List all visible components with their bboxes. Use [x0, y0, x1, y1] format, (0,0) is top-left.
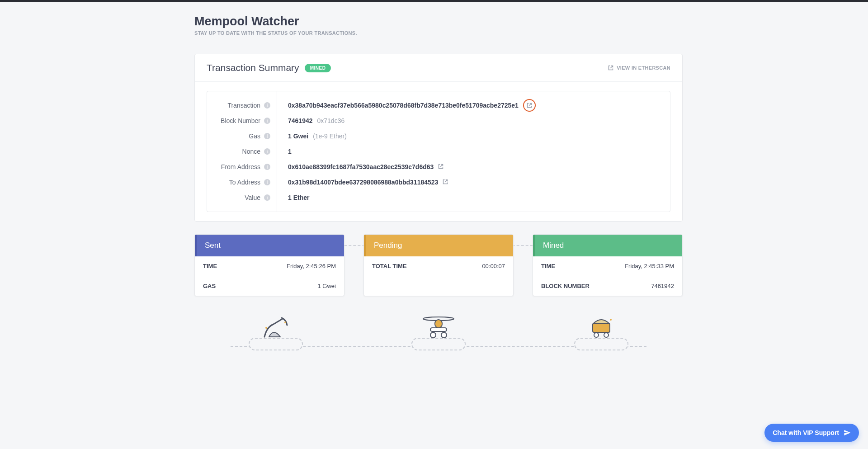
external-link-icon — [608, 65, 613, 71]
summary-values: 0x38a70b943eacf37eb566a5980c25078d68fb7d… — [277, 91, 670, 212]
mined-time-row: TIME Friday, 2:45:33 PM — [533, 256, 682, 276]
illustration-oval — [249, 338, 303, 350]
transaction-summary-card: Transaction Summary MINED VIEW IN ETHERS… — [194, 54, 683, 222]
status-row: Sent TIME Friday, 2:45:26 PM GAS 1 Gwei … — [194, 234, 683, 296]
page: Mempool Watcher STAY UP TO DATE WITH THE… — [194, 2, 683, 369]
info-icon[interactable]: i — [264, 179, 270, 185]
status-card-sent: Sent TIME Friday, 2:45:26 PM GAS 1 Gwei — [194, 234, 344, 296]
label-gas: Gasi — [213, 128, 270, 144]
svg-point-10 — [610, 319, 612, 321]
card-header-left: Transaction Summary MINED — [207, 62, 331, 73]
info-icon[interactable]: i — [264, 148, 270, 155]
svg-point-5 — [430, 332, 436, 338]
mined-block-value: 7461942 — [651, 283, 674, 289]
mined-time-label: TIME — [541, 263, 555, 269]
page-title: Mempool Watcher — [194, 14, 683, 28]
label-block-number: Block Numberi — [213, 113, 270, 128]
label-to: To Addressi — [213, 175, 270, 190]
status-card-pending: Pending TOTAL TIME 00:00:07 — [363, 234, 514, 296]
page-subtitle: STAY UP TO DATE WITH THE STATUS OF YOUR … — [194, 30, 683, 36]
minecart-icon — [585, 314, 617, 340]
info-icon[interactable]: i — [264, 102, 270, 109]
value-to: 0x31b98d14007bdee637298086988a0bbd311845… — [288, 175, 659, 190]
label-nonce: Noncei — [213, 144, 270, 159]
pickaxe-icon — [260, 314, 292, 340]
svg-point-8 — [594, 333, 599, 337]
value-block-number: 7461942 0x71dc36 — [288, 113, 659, 128]
value-from: 0x610ae88399fc1687fa7530aac28ec2539c7d6d… — [288, 159, 659, 175]
info-icon[interactable]: i — [264, 133, 270, 139]
value-gas: 1 Gwei (1e-9 Ether) — [288, 128, 659, 144]
drone-illustration — [411, 314, 466, 350]
sent-gas-row: GAS 1 Gwei — [195, 276, 344, 296]
card-header: Transaction Summary MINED VIEW IN ETHERS… — [195, 54, 682, 82]
chat-label: Chat with VIP Support — [773, 429, 839, 436]
sent-time-row: TIME Friday, 2:45:26 PM — [195, 256, 344, 276]
transaction-external-link-icon[interactable] — [523, 99, 536, 112]
view-in-etherscan-link[interactable]: VIEW IN ETHERSCAN — [608, 65, 670, 71]
drone-icon — [420, 314, 458, 340]
status-card-mined: Mined TIME Friday, 2:45:33 PM BLOCK NUMB… — [533, 234, 683, 296]
pickaxe-illustration — [249, 314, 303, 350]
illustration-oval — [411, 338, 466, 350]
label-transaction: Transactioni — [213, 98, 270, 113]
label-from: From Addressi — [213, 159, 270, 175]
sent-time-label: TIME — [203, 263, 217, 269]
pending-totaltime-label: TOTAL TIME — [372, 263, 407, 269]
mined-block-label: BLOCK NUMBER — [541, 283, 590, 289]
mined-block-row: BLOCK NUMBER 7461942 — [533, 276, 682, 296]
sent-gas-value: 1 Gwei — [318, 283, 336, 289]
svg-point-6 — [441, 332, 447, 338]
sent-gas-label: GAS — [203, 283, 216, 289]
value-transaction: 0x38a70b943eacf37eb566a5980c25078d68fb7d… — [288, 98, 659, 113]
svg-rect-7 — [593, 323, 610, 332]
info-icon[interactable]: i — [264, 194, 270, 201]
external-link-icon[interactable] — [443, 179, 448, 186]
value-value: 1 Ether — [288, 190, 659, 205]
illustration-oval — [574, 338, 628, 350]
svg-point-1 — [265, 327, 267, 329]
card-title: Transaction Summary — [207, 62, 299, 73]
info-icon[interactable]: i — [264, 118, 270, 124]
pending-totaltime-value: 00:00:07 — [482, 263, 505, 269]
minecart-illustration — [574, 314, 628, 350]
mined-time-value: Friday, 2:45:33 PM — [625, 263, 674, 269]
chat-support-button[interactable]: Chat with VIP Support — [764, 424, 859, 442]
svg-rect-4 — [430, 328, 447, 331]
etherscan-label: VIEW IN ETHERSCAN — [617, 65, 670, 71]
pending-totaltime-row: TOTAL TIME 00:00:07 — [364, 256, 513, 276]
sent-time-value: Friday, 2:45:26 PM — [287, 263, 336, 269]
info-icon[interactable]: i — [264, 164, 270, 170]
status-title-mined: Mined — [533, 235, 682, 256]
label-value: Valuei — [213, 190, 270, 205]
status-badge: MINED — [305, 64, 331, 72]
paper-plane-icon — [844, 429, 851, 436]
svg-point-0 — [284, 321, 286, 323]
svg-rect-3 — [435, 320, 442, 328]
summary-labels: Transactioni Block Numberi Gasi Noncei F… — [207, 91, 277, 212]
summary-box: Transactioni Block Numberi Gasi Noncei F… — [207, 91, 670, 212]
illustration-row — [194, 314, 683, 350]
page-wrap: Mempool Watcher STAY UP TO DATE WITH THE… — [95, 2, 782, 369]
external-link-icon[interactable] — [438, 163, 443, 170]
summary-body: Transactioni Block Numberi Gasi Noncei F… — [195, 82, 682, 221]
svg-point-9 — [604, 333, 609, 337]
value-nonce: 1 — [288, 144, 659, 159]
status-title-sent: Sent — [195, 235, 344, 256]
status-title-pending: Pending — [364, 235, 513, 256]
